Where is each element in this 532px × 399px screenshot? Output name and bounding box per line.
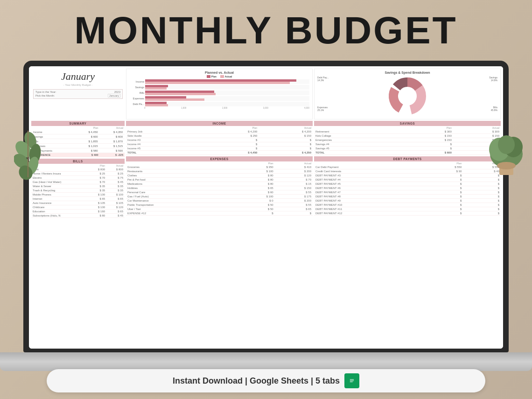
bar-chart: Income Savings xyxy=(128,79,310,106)
svg-point-19 xyxy=(498,135,515,154)
svg-point-21 xyxy=(497,162,516,169)
savings-section: SAVINGS PlanActual Retirement$ 300$ 300 … xyxy=(314,121,501,155)
table-row: Clothes$ 80$ 120 xyxy=(126,174,313,178)
table-row: DEBT PAYMENT #3$$ xyxy=(314,174,501,178)
table-row: Groceries$ 350$ 410 xyxy=(126,165,313,169)
table-row: Hobbies$ 65$ 150 xyxy=(126,186,313,190)
summary-header: SUMMARY xyxy=(31,121,125,126)
table-row: Retirement$ 300$ 300 xyxy=(314,130,501,134)
table-row: Side Hustle$ 250$ 150 xyxy=(126,134,313,138)
table-row: Pet & Pet food$ 80$ 70 xyxy=(126,178,313,182)
table-row: Savings #4$$ xyxy=(314,142,501,147)
expenses-table: PlanActual Groceries$ 350$ 410 Restauran… xyxy=(126,161,313,216)
svg-rect-8 xyxy=(350,382,353,382)
table-row: DEBT PAYMENT #12$$ xyxy=(314,211,501,216)
table-row: Income #4$$ xyxy=(126,142,313,147)
month-subtitle: - Your Monthly Budget - xyxy=(33,84,123,86)
savings-breakdown-section: Savings & Spend Breakdown xyxy=(314,69,501,119)
table-row: DEBT PAYMENT #7$$ xyxy=(314,190,501,195)
table-row: Subscriptions (Hulu, N$ 80$ 45 xyxy=(31,214,125,218)
month-select[interactable]: January xyxy=(108,94,120,98)
total-row: TOTAL$ 600$ 600 xyxy=(314,151,501,155)
bar-axis: 01,0002,0003,0004,000 xyxy=(128,106,310,109)
year-label: Type in the Year: xyxy=(35,91,56,93)
plant-right xyxy=(485,126,518,168)
debt-header: DEBT PAYMENTS xyxy=(314,156,501,161)
table-row: EXPENSE #12$$ xyxy=(126,211,313,216)
year-value: 2023 xyxy=(114,91,120,93)
table-row: Emergencies$ 150$ 150 xyxy=(314,138,501,142)
table-row: DEBT PAYMENT #11$$ xyxy=(314,207,501,211)
plant-left xyxy=(14,131,42,177)
income-table: PlanActual Primary Job$ 4,200$ 4,200 Sid… xyxy=(126,126,313,155)
expenses-label: Expenses25.1% xyxy=(317,106,328,112)
income-expenses-col: INCOME PlanActual Primary Job$ 4,200$ 4,… xyxy=(126,121,313,218)
savings-debt-col: SAVINGS PlanActual Retirement$ 300$ 300 … xyxy=(314,121,501,218)
table-row: DEBT PAYMENT #4$$ xyxy=(314,178,501,182)
laptop-screen: January - Your Monthly Budget - Type in … xyxy=(29,66,503,349)
savings-table: PlanActual Retirement$ 300$ 300 Kids Col… xyxy=(314,126,501,155)
spreadsheet: January - Your Monthly Budget - Type in … xyxy=(29,66,503,349)
expenses-section: EXPENSES PlanActual Groceries$ 350$ 410 … xyxy=(126,156,313,216)
debt-section: DEBT PAYMENTS PlanActual Car Debt Paymen… xyxy=(314,156,501,216)
expenses-header: EXPENSES xyxy=(126,156,313,161)
bills-label: Bills45.8% xyxy=(491,106,497,112)
pva-legend: Plan Actual xyxy=(128,75,310,78)
svg-rect-6 xyxy=(350,379,354,380)
table-row: Education$ 160$ 65 xyxy=(31,210,125,214)
table-row: DEBT PAYMENT #9$$ xyxy=(314,199,501,203)
table-row: Medications$ 80$ 15 xyxy=(126,182,313,186)
table-row: Personal Care$ 60$ 55 xyxy=(126,190,313,195)
table-row: Income #5$$ xyxy=(126,147,313,151)
google-sheets-icon xyxy=(344,373,359,388)
table-row: Car Maintenance$ 0$ 200 xyxy=(126,199,313,203)
donut-chart xyxy=(386,75,428,117)
table-row: Kids College$ 150$ 150 xyxy=(314,134,501,138)
table-row: Public Transportation$ 50$ 55 xyxy=(126,203,313,207)
table-row: DEBT PAYMENT #8$$ xyxy=(314,195,501,199)
table-row: DEBT PAYMENT #5$$ xyxy=(314,182,501,186)
income-header: INCOME xyxy=(126,121,313,126)
month-label: Pick the Month: xyxy=(35,94,55,97)
table-row: Car Debt Payment$ 550$ 550 xyxy=(314,165,501,169)
table-row: Uber / Taxi$ 50$ 65 xyxy=(126,207,313,211)
bottom-bar-text: Instant Download | Google Sheets | 5 tab… xyxy=(173,376,340,386)
laptop-base xyxy=(0,352,532,371)
debt-label: Debt Pay...14.3% xyxy=(317,76,329,82)
table-row: DEBT PAYMENT #6$$ xyxy=(314,186,501,190)
svg-point-4 xyxy=(400,89,415,104)
table-row: Restaurants$ 100$ 200 xyxy=(126,169,313,174)
pva-title: Planned vs. Actual xyxy=(128,71,310,74)
table-row: Childcare$ 100$ 120 xyxy=(31,205,125,210)
debt-table: PlanActual Car Debt Payment$ 550$ 550 Cr… xyxy=(314,161,501,216)
savings-label: Savings14.8% xyxy=(489,76,497,82)
table-row: Savings #5$$ xyxy=(314,147,501,151)
table-row: Credit Card Interests$ 30$ 40 xyxy=(314,169,501,174)
sb-title: Savings & Spend Breakdown xyxy=(316,71,498,74)
main-title: MONTHLY BUDGET xyxy=(0,8,532,52)
total-row: TOTAL$ 4,450$ 4,350 xyxy=(126,151,313,155)
january-section: January - Your Monthly Budget - Type in … xyxy=(31,69,125,119)
svg-rect-7 xyxy=(350,380,354,381)
table-row: Primary Job$ 4,200$ 4,200 xyxy=(126,130,313,134)
table-row: Gas / Fuel (Auto)$ 100$ 175 xyxy=(126,195,313,199)
month-title: January xyxy=(33,70,123,83)
income-section: INCOME PlanActual Primary Job$ 4,200$ 4,… xyxy=(126,121,313,155)
table-row: DEBT PAYMENT #10$$ xyxy=(314,203,501,207)
table-row: Auto Insurance$ 105$ 105 xyxy=(31,201,125,205)
planned-vs-actual-section: Planned vs. Actual Plan Actual Income xyxy=(126,69,313,119)
bottom-bar: Instant Download | Google Sheets | 5 tab… xyxy=(47,369,485,392)
laptop-frame: January - Your Monthly Budget - Type in … xyxy=(23,61,509,352)
savings-header: SAVINGS xyxy=(314,121,501,126)
table-row: Income #3$$ xyxy=(126,138,313,142)
